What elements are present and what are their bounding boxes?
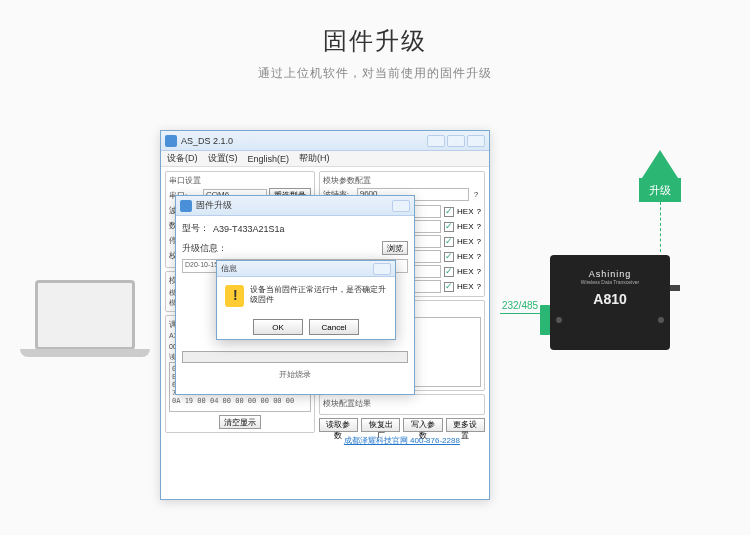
upgrade-arrow: 升级: [635, 150, 685, 202]
minimize-button[interactable]: [427, 135, 445, 147]
cancel-button[interactable]: Cancel: [309, 319, 359, 335]
sub-close-button[interactable]: [392, 200, 410, 212]
clear-button[interactable]: 清空显示: [219, 415, 261, 429]
dialog-title: 信息: [221, 263, 237, 274]
param-group-title: 模块参数配置: [323, 175, 481, 186]
page-title: 固件升级: [0, 25, 750, 57]
close-button[interactable]: [467, 135, 485, 147]
page-subtitle: 通过上位机软件，对当前使用的固件升级: [0, 65, 750, 82]
warning-icon: [225, 285, 244, 307]
app-icon: [180, 200, 192, 212]
menu-help[interactable]: 帮助(H): [299, 152, 330, 165]
ok-button[interactable]: OK: [253, 319, 303, 335]
hex-chk-6[interactable]: [444, 282, 454, 292]
main-titlebar[interactable]: AS_DS 2.1.0: [161, 131, 489, 151]
browse-button[interactable]: 浏览: [382, 241, 408, 255]
progress-bar: [182, 351, 408, 363]
menu-settings[interactable]: 设置(S): [208, 152, 238, 165]
device-subtitle: Wireless Data Transceiver: [556, 279, 664, 285]
dialog-message: 设备当前固件正常运行中，是否确定升级固件: [250, 285, 387, 306]
app-icon: [165, 135, 177, 147]
serial-group-title: 串口设置: [169, 175, 311, 186]
device-brand: Ashining: [556, 269, 664, 279]
hex-chk-4[interactable]: [444, 252, 454, 262]
factory-reset-button[interactable]: 恢复出厂: [361, 418, 400, 432]
dialog-close-button[interactable]: [373, 263, 391, 275]
model-label: 型号：: [182, 222, 209, 235]
start-burn-label[interactable]: 开始烧录: [182, 369, 408, 380]
hardware-device: Ashining Wireless Data Transceiver A810: [550, 255, 670, 350]
upgrade-info-label: 升级信息：: [182, 242, 227, 255]
serial-arrow: 232/485: [500, 300, 540, 314]
more-settings-button[interactable]: 更多设置: [446, 418, 485, 432]
confirm-dialog: 信息 设备当前固件正常运行中，是否确定升级固件 OK Cancel: [216, 260, 396, 340]
menu-device[interactable]: 设备(D): [167, 152, 198, 165]
dialog-titlebar[interactable]: 信息: [217, 261, 395, 277]
sub-window-title: 固件升级: [196, 199, 232, 212]
hex-chk-5[interactable]: [444, 267, 454, 277]
menu-english[interactable]: English(E): [248, 154, 290, 164]
footer-link[interactable]: 成都泽耀科技官网 400-876-2288: [319, 435, 485, 446]
hex-chk-1[interactable]: [444, 207, 454, 217]
maximize-button[interactable]: [447, 135, 465, 147]
model-value: A39-T433A21S1a: [213, 224, 285, 234]
serial-label: 232/485: [502, 300, 538, 311]
antenna-connector: [670, 285, 680, 291]
main-window-title: AS_DS 2.1.0: [181, 136, 233, 146]
hex-chk-2[interactable]: [444, 222, 454, 232]
write-params-button[interactable]: 写入参数: [403, 418, 442, 432]
sub-titlebar[interactable]: 固件升级: [176, 196, 414, 216]
upgrade-label: 升级: [639, 178, 681, 202]
read-params-button[interactable]: 读取参数: [319, 418, 358, 432]
terminal-connector: [540, 305, 550, 335]
hex-chk-3[interactable]: [444, 237, 454, 247]
device-model: A810: [556, 291, 664, 307]
config-result-title: 模块配置结果: [323, 398, 481, 409]
laptop-illustration: [20, 280, 150, 380]
